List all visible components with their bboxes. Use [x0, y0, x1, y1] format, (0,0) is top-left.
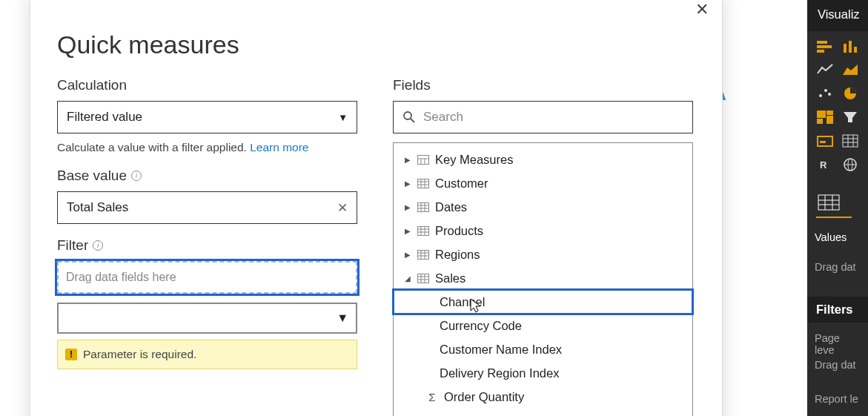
search-placeholder: Search: [423, 110, 463, 125]
card-icon[interactable]: [813, 131, 837, 151]
fields-tree: ▶Key Measures▶Customer▶Dates▶Products▶Re…: [393, 142, 693, 416]
filters-pane-header[interactable]: Filters: [807, 297, 868, 323]
svg-rect-17: [820, 141, 826, 143]
tree-field-channel[interactable]: ·Channel: [394, 290, 692, 314]
warning-icon: !: [65, 349, 77, 360]
calculation-label: Calculation: [57, 77, 357, 93]
r-visual-icon[interactable]: R: [813, 154, 837, 175]
calculation-helper: Calculate a value with a filter applied.…: [57, 141, 357, 154]
treemap-icon[interactable]: [813, 107, 837, 128]
tree-node-sales[interactable]: ◢Sales: [394, 266, 692, 290]
visualizations-pane: Visualiz R Values Drag dat Filters Page …: [807, 0, 868, 416]
chevron-down-icon: ▼: [337, 311, 348, 325]
fields-well-icon[interactable]: [818, 194, 840, 214]
scatter-chart-icon[interactable]: [813, 83, 837, 104]
pie-chart-icon[interactable]: [838, 83, 862, 104]
values-drag-hint[interactable]: Drag dat: [807, 257, 868, 277]
tree-field-delivery-region-index[interactable]: ·Delivery Region Index: [394, 361, 692, 385]
stacked-bar-icon[interactable]: [813, 36, 837, 56]
twisty-closed-icon: ▶: [404, 251, 411, 259]
table-icon: [417, 179, 429, 188]
svg-rect-27: [818, 195, 839, 210]
svg-text:R: R: [820, 159, 827, 171]
area-chart-icon[interactable]: [838, 59, 862, 80]
stacked-column-icon[interactable]: [838, 36, 862, 56]
tree-field-label: Customer Name Index: [440, 343, 562, 357]
twisty-closed-icon: ▶: [404, 156, 411, 164]
fields-search-input[interactable]: Search: [393, 101, 693, 133]
base-value-text: Total Sales: [67, 200, 128, 215]
tree-field-label: Delivery Region Index: [440, 366, 559, 380]
tree-node-label: Sales: [435, 271, 466, 285]
svg-rect-5: [854, 47, 857, 53]
tree-node-key-measures[interactable]: ▶Key Measures: [394, 148, 692, 171]
tree-node-products[interactable]: ▶Products: [394, 219, 692, 242]
sigma-icon: Σ: [426, 391, 438, 403]
svg-rect-43: [418, 203, 429, 212]
values-well-label[interactable]: Values: [807, 227, 868, 248]
quick-measures-dialog: ✕ Quick measures Calculation Filtered va…: [30, 0, 723, 416]
svg-rect-58: [418, 274, 429, 283]
table-icon: [417, 274, 429, 283]
search-icon: [402, 110, 416, 124]
filter-value-select[interactable]: ▼: [57, 303, 357, 334]
globe-icon[interactable]: [838, 154, 862, 175]
twisty-closed-icon: ▶: [404, 227, 411, 235]
svg-line-33: [411, 119, 414, 122]
chevron-down-icon: ▼: [338, 112, 348, 123]
pane-header-visualizations[interactable]: Visualiz: [807, 0, 868, 31]
mouse-cursor-icon: [469, 297, 483, 314]
page-level-drag-hint[interactable]: Drag dat: [807, 354, 868, 375]
dialog-title: Quick measures: [57, 30, 695, 59]
svg-rect-48: [418, 227, 429, 236]
report-level-filters-label[interactable]: Report le: [807, 389, 868, 409]
fields-label: Fields: [393, 77, 693, 93]
matrix-icon[interactable]: [838, 131, 862, 151]
tree-field-label: Order Quantity: [444, 390, 524, 404]
tree-field-customer-name-index[interactable]: ·Customer Name Index: [394, 337, 692, 361]
filter-dropzone[interactable]: Drag data fields here: [57, 261, 357, 294]
svg-rect-3: [844, 44, 847, 53]
measure-group-icon: [417, 155, 429, 164]
dropzone-placeholder: Drag data fields here: [66, 271, 176, 284]
table-icon: [417, 226, 429, 235]
svg-rect-34: [418, 156, 429, 165]
svg-rect-14: [826, 116, 833, 124]
svg-marker-6: [843, 65, 858, 75]
tree-node-customer[interactable]: ▶Customer: [394, 171, 692, 195]
svg-rect-1: [817, 45, 832, 48]
svg-point-9: [828, 93, 831, 96]
tree-field-label: Currency Code: [440, 319, 522, 333]
svg-point-32: [404, 112, 411, 119]
svg-rect-4: [849, 41, 852, 53]
tree-node-regions[interactable]: ▶Regions: [394, 242, 692, 266]
tree-node-label: Products: [435, 224, 483, 238]
tree-node-label: Customer: [435, 176, 488, 191]
info-icon[interactable]: i: [131, 171, 142, 181]
twisty-closed-icon: ▶: [404, 179, 411, 188]
svg-rect-11: [817, 110, 826, 118]
svg-rect-38: [418, 179, 429, 188]
calculation-select[interactable]: Filtered value ▼: [57, 101, 357, 133]
info-icon[interactable]: i: [93, 240, 103, 251]
tree-field-currency-code[interactable]: ·Currency Code: [394, 314, 692, 337]
table-icon: [417, 250, 429, 259]
warning-text: Parameter is required.: [83, 348, 196, 361]
twisty-open-icon: ◢: [404, 274, 411, 283]
filter-label: Filter i: [57, 237, 357, 254]
svg-rect-0: [817, 41, 827, 44]
base-value-label: Base value i: [57, 168, 357, 184]
learn-more-link[interactable]: Learn more: [250, 141, 308, 153]
line-chart-icon[interactable]: [813, 59, 837, 80]
close-icon[interactable]: ✕: [692, 0, 712, 19]
svg-rect-13: [817, 119, 823, 124]
funnel-icon[interactable]: [838, 107, 862, 128]
base-value-input[interactable]: Total Sales ✕: [57, 191, 357, 224]
calculation-value: Filtered value: [67, 110, 142, 125]
svg-rect-18: [843, 135, 858, 147]
tree-node-label: Regions: [435, 248, 480, 262]
clear-icon[interactable]: ✕: [337, 200, 348, 216]
tree-field-order-quantity[interactable]: ΣOrder Quantity: [394, 385, 692, 409]
tree-node-dates[interactable]: ▶Dates: [394, 195, 692, 219]
tree-node-label: Dates: [435, 200, 467, 214]
